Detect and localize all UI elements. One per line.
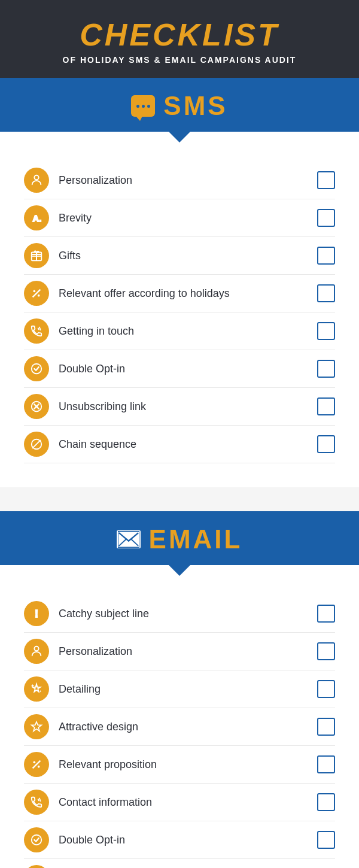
star-icon	[24, 714, 49, 739]
sms-chat-icon	[131, 95, 155, 117]
person-icon	[24, 639, 49, 664]
checkbox[interactable]	[317, 680, 335, 698]
svg-text:!: !	[35, 608, 38, 619]
page-subtitle: OF HOLIDAY SMS & EMAIL CAMPAIGNS AUDIT	[12, 55, 347, 65]
sms-section-title: SMS	[163, 91, 227, 121]
svg-line-13	[33, 441, 41, 448]
ban-icon	[24, 432, 49, 457]
list-item: Getting in touch	[24, 312, 335, 350]
item-label: Personalization	[59, 174, 317, 187]
checkbox[interactable]	[317, 209, 335, 227]
checkbox[interactable]	[317, 755, 335, 773]
item-label: Double Opt-in	[59, 363, 317, 375]
list-item: Relevant offer according to holidays	[24, 275, 335, 312]
section-gap	[0, 487, 359, 511]
sms-checklist: Personalization A. Brevity Gifts	[0, 132, 359, 487]
list-item: Unsubscribing link	[24, 388, 335, 426]
list-item: Relevant proposition	[24, 746, 335, 784]
list-item: Contact information	[24, 784, 335, 821]
checkbox[interactable]	[317, 171, 335, 189]
item-label: Unsubscribing link	[59, 400, 317, 413]
item-label: Contact information	[59, 796, 317, 809]
list-item: Personalization	[24, 633, 335, 670]
list-item: Double Opt-in	[24, 350, 335, 388]
check-icon	[24, 356, 49, 381]
item-label: Personalization	[59, 645, 317, 658]
item-label: Gifts	[59, 250, 317, 262]
svg-text:A.: A.	[33, 214, 42, 223]
svg-marker-20	[32, 722, 42, 732]
checkbox[interactable]	[317, 793, 335, 811]
list-item: Unsubscribing link	[24, 859, 335, 868]
checkbox[interactable]	[317, 435, 335, 453]
sms-section-banner: SMS	[0, 78, 359, 132]
list-item: Gifts	[24, 237, 335, 275]
phone-contact-icon	[24, 790, 49, 815]
phone-icon	[24, 318, 49, 344]
checkbox[interactable]	[317, 642, 335, 660]
checkbox[interactable]	[317, 397, 335, 415]
item-label: Brevity	[59, 212, 317, 224]
svg-point-0	[34, 175, 38, 180]
item-label: Relevant proposition	[59, 758, 317, 771]
font-icon: A.	[24, 205, 49, 230]
svg-point-22	[38, 766, 40, 768]
list-item: Personalization	[24, 162, 335, 199]
email-section-title: EMAIL	[149, 524, 243, 554]
checkbox[interactable]	[317, 322, 335, 340]
item-label: Double Opt-in	[59, 834, 317, 846]
list-item: Detailing	[24, 670, 335, 708]
svg-point-19	[34, 647, 38, 651]
exclamation-icon: !	[24, 601, 49, 626]
checkbox[interactable]	[317, 247, 335, 265]
list-item: ! Catchy subject line	[24, 595, 335, 633]
email-envelope-icon	[117, 530, 141, 548]
checkbox[interactable]	[317, 605, 335, 623]
checkbox[interactable]	[317, 831, 335, 849]
svg-point-5	[34, 290, 36, 293]
item-label: Catchy subject line	[59, 608, 317, 620]
header: CHECKLIST OF HOLIDAY SMS & EMAIL CAMPAIG…	[0, 0, 359, 78]
item-label: Attractive design	[59, 721, 317, 733]
x-circle-icon	[24, 865, 49, 868]
checkbox[interactable]	[317, 360, 335, 378]
list-item: Attractive design	[24, 708, 335, 746]
list-item: Double Opt-in	[24, 821, 335, 859]
email-checklist: ! Catchy subject line Personalization De…	[0, 565, 359, 868]
percent-icon	[24, 281, 49, 306]
item-label: Relevant offer according to holidays	[59, 287, 317, 300]
page-title: CHECKLIST	[12, 17, 347, 53]
svg-rect-14	[118, 532, 139, 548]
checkbox[interactable]	[317, 718, 335, 736]
svg-point-6	[38, 295, 40, 297]
percent-icon	[24, 752, 49, 777]
item-label: Chain sequence	[59, 438, 317, 451]
email-section-banner: EMAIL	[0, 511, 359, 565]
list-item: A. Brevity	[24, 199, 335, 237]
item-label: Detailing	[59, 683, 317, 696]
gift-icon	[24, 243, 49, 268]
checkbox[interactable]	[317, 284, 335, 302]
check-circle-icon	[24, 827, 49, 852]
person-icon	[24, 168, 49, 193]
sparkle-icon	[24, 676, 49, 702]
list-item: Chain sequence	[24, 426, 335, 463]
svg-point-21	[34, 761, 36, 764]
item-label: Getting in touch	[59, 325, 317, 338]
x-icon	[24, 394, 49, 419]
